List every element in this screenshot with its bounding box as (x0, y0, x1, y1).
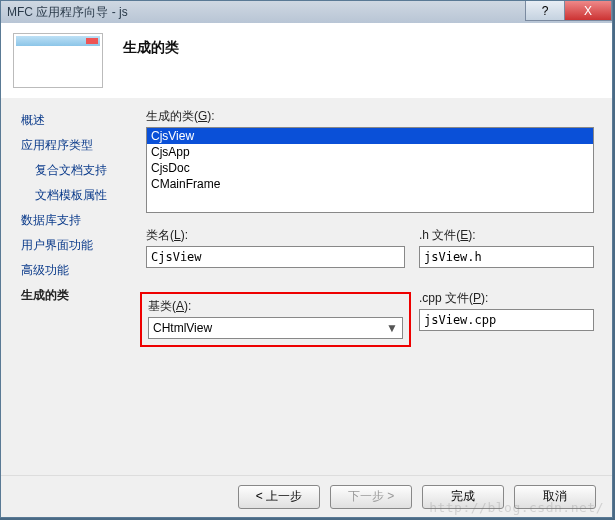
sidebar-item[interactable]: 应用程序类型 (21, 133, 146, 158)
class-name-input[interactable] (146, 246, 405, 268)
chevron-down-icon: ▼ (386, 321, 398, 335)
cppfile-input[interactable] (419, 309, 594, 331)
titlebar-buttons: ? X (526, 1, 612, 21)
sidebar-item[interactable]: 文档模板属性 (21, 183, 146, 208)
hfile-label: .h 文件(E): (419, 227, 594, 244)
body: 概述应用程序类型复合文档支持文档模板属性数据库支持用户界面功能高级功能生成的类 … (1, 98, 612, 478)
dialog-window: MFC 应用程序向导 - js ? X 生成的类 概述应用程序类型复合文档支持文… (0, 0, 613, 518)
close-button[interactable]: X (564, 1, 612, 21)
list-item[interactable]: CjsView (147, 128, 593, 144)
generated-classes-label: 生成的类(G): (146, 108, 594, 125)
titlebar[interactable]: MFC 应用程序向导 - js ? X (1, 1, 612, 23)
list-item[interactable]: CMainFrame (147, 176, 593, 192)
sidebar: 概述应用程序类型复合文档支持文档模板属性数据库支持用户界面功能高级功能生成的类 (1, 98, 146, 478)
watermark-text: http://blog.csdn.net/ (429, 500, 604, 515)
sidebar-item[interactable]: 用户界面功能 (21, 233, 146, 258)
help-button[interactable]: ? (525, 1, 565, 21)
base-class-label: 基类(A): (148, 298, 403, 315)
base-class-select[interactable]: CHtmlView ▼ (148, 317, 403, 339)
cppfile-label: .cpp 文件(P): (419, 290, 594, 307)
hfile-input[interactable] (419, 246, 594, 268)
base-class-highlight: 基类(A): CHtmlView ▼ (140, 292, 411, 347)
main-panel: 生成的类(G): CjsViewCjsAppCjsDocCMainFrame 类… (146, 98, 612, 478)
close-icon: X (584, 4, 592, 18)
list-item[interactable]: CjsDoc (147, 160, 593, 176)
page-title: 生成的类 (123, 39, 179, 57)
generated-classes-listbox[interactable]: CjsViewCjsAppCjsDocCMainFrame (146, 127, 594, 213)
header: 生成的类 (1, 23, 612, 98)
prev-button[interactable]: < 上一步 (238, 485, 320, 509)
titlebar-text: MFC 应用程序向导 - js (7, 4, 128, 21)
class-name-label: 类名(L): (146, 227, 405, 244)
wizard-preview-icon (13, 33, 103, 88)
sidebar-item[interactable]: 概述 (21, 108, 146, 133)
sidebar-item[interactable]: 数据库支持 (21, 208, 146, 233)
next-button[interactable]: 下一步 > (330, 485, 412, 509)
sidebar-item[interactable]: 高级功能 (21, 258, 146, 283)
sidebar-item-active[interactable]: 生成的类 (21, 283, 146, 308)
help-icon: ? (542, 4, 549, 18)
sidebar-item[interactable]: 复合文档支持 (21, 158, 146, 183)
base-class-value: CHtmlView (153, 321, 212, 335)
list-item[interactable]: CjsApp (147, 144, 593, 160)
